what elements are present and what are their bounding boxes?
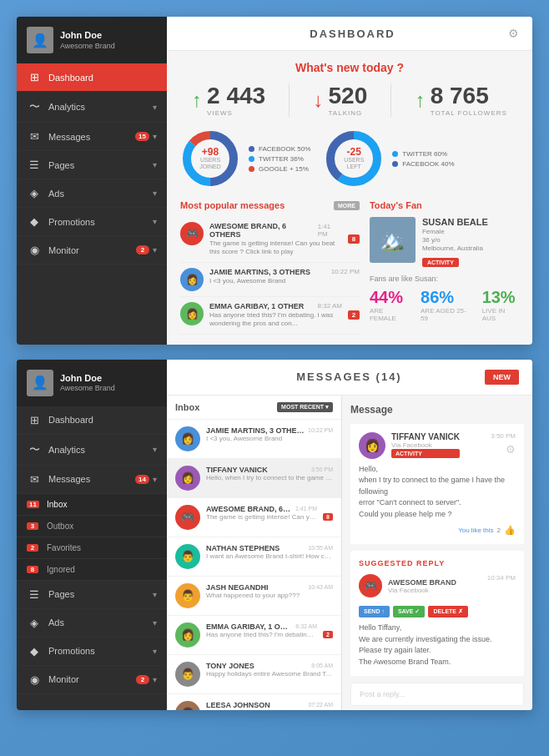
sidebar-item-analytics-2[interactable]: 〜 Analytics ▾ — [17, 435, 167, 466]
sidebar-item-promotions-2[interactable]: ◆ Promotions ▾ — [17, 638, 167, 666]
left-number: -25 — [339, 147, 369, 157]
you-like-label: You like this — [458, 527, 493, 534]
msg-name: JAMIE MARTINS, 3 OTHERS — [209, 268, 310, 276]
popular-message-item: 👩 EMMA GARIBAY, 1 OTHER 8:32 AM Has anyo… — [180, 297, 360, 335]
message-col-heading: Message — [350, 404, 524, 416]
fan-title: Today's Fan — [370, 200, 422, 210]
brand-name: Awesome Brand — [60, 42, 115, 50]
inbox-time: 10:22 PM — [308, 427, 333, 433]
inbox-avatar: 👨 — [175, 583, 200, 608]
outbox-badge: 3 — [27, 522, 38, 530]
active-msg-time: 3:50 PM — [491, 432, 516, 440]
sidebar-item-dashboard-2[interactable]: ⊞ Dashboard — [17, 406, 167, 435]
stat-talking: ↓ 520 TALKING — [314, 83, 368, 117]
legend-twitter: TWITTER 36% — [249, 155, 310, 163]
inbox-header: Inbox MOST RECENT ▾ — [167, 396, 341, 420]
fan-gender: Female — [422, 228, 488, 235]
fan-card: 🏔️ SUSAN BEALE Female 36 y/o Melbourne, … — [370, 217, 519, 268]
suggested-body: Hello Tiffany,We are currently investiga… — [359, 622, 516, 668]
active-msg-body: Hello,when I try to connect to the game … — [359, 464, 516, 521]
new-message-button[interactable]: NEW — [485, 370, 519, 385]
inbox-item[interactable]: 👩 EMMA GARIBAY, 1 OTHER 8:32 AM Has anyo… — [167, 616, 341, 655]
active-msg-activity-button[interactable]: ACTIVITY — [391, 449, 460, 458]
todays-fan-section: Today's Fan 🏔️ SUSAN BEALE Female 36 y/o… — [370, 200, 519, 335]
messages-icon: ✉ — [27, 130, 42, 143]
msg-avatar: 👩 — [180, 302, 204, 325]
post-reply-input[interactable]: Post a reply... — [350, 683, 524, 706]
sidebar-sub-inbox[interactable]: 11 Inbox — [17, 494, 167, 516]
stat-followers: ↑ 8 765 TOTAL FOLLOWERS — [416, 83, 507, 117]
popular-message-item: 🎮 AWESOME BRAND, 6 OTHERS 1:41 PM The ga… — [180, 217, 360, 263]
fan-photo: 🏔️ — [370, 217, 416, 263]
sidebar-sub-ignored[interactable]: 8 Ignored — [17, 559, 167, 581]
settings-icon[interactable]: ⚙ — [508, 27, 519, 40]
stat-aus-label: LIVE IN AUS — [482, 307, 519, 322]
message-detail-column: Message 👩 TIFFANY VANICK Via Facebook AC… — [342, 396, 532, 710]
sidebar-item-messages-2[interactable]: ✉ Messages 14 ▾ — [17, 466, 167, 494]
followers-count: 8 765 — [431, 83, 507, 109]
arrow-up-icon: ↑ — [192, 90, 202, 110]
inbox-item[interactable]: 👩 LEESA JOHNSON 07:22 AM — [167, 694, 341, 710]
stat-views: ↑ 2 443 VIEWS — [192, 83, 265, 117]
suggested-title: Suggested reply — [359, 559, 516, 567]
chevron-down-icon: ▾ — [153, 590, 157, 599]
divider — [390, 83, 391, 117]
popular-header: Most popular messages MORE — [180, 200, 360, 210]
sidebar-item-monitor-2[interactable]: ◉ Monitor 2 ▾ — [17, 666, 167, 694]
donut-left: -25 USERS LEFT — [324, 129, 384, 189]
sidebar-item-label: Ads — [48, 189, 149, 199]
inbox-item[interactable]: 👩 TIFFANY VANICK 3:50 PM Hello, when I t… — [167, 459, 341, 498]
inbox-item[interactable]: 👨 JASH NEGANDHI 10:43 AM What happened t… — [167, 577, 341, 616]
dashboard-header: DASHBOARD ⚙ — [167, 17, 532, 51]
settings-icon[interactable]: ⚙ — [506, 443, 516, 456]
inbox-item[interactable]: 🎮 AWESOME BRAND, 6 OTHERS 1:41 PM The ga… — [167, 498, 341, 537]
like-icon[interactable]: 👍 — [504, 525, 516, 536]
inbox-item[interactable]: 👨 TONY JONES 8:05 AM Happy holidays enti… — [167, 655, 341, 694]
users-joined-chart: +98 USERS JOINED FACEBOOK 50% TWITTER 36… — [180, 129, 310, 189]
suggested-reply-section: Suggested reply 🎮 AWESOME BRAND Via Face… — [350, 551, 524, 676]
sidebar-item-ads[interactable]: ◈ Ads ▾ — [17, 179, 167, 208]
sidebar-item-label: Promotions — [48, 646, 149, 656]
user-name: John Doe — [60, 30, 115, 41]
suggested-time: 10:34 PM — [487, 574, 516, 582]
messages-panel: 👤 John Doe Awesome Brand ⊞ Dashboard 〜 A… — [17, 360, 532, 710]
sidebar-item-messages[interactable]: ✉ Messages 15 ▾ — [17, 123, 167, 151]
monitor-icon: ◉ — [27, 673, 42, 686]
more-button[interactable]: MORE — [334, 201, 360, 210]
stats-row: ↑ 2 443 VIEWS ↓ 520 TALKING ↑ — [180, 83, 519, 117]
analytics-icon: 〜 — [27, 99, 42, 114]
legend-facebook: FACEBOOK 50% — [249, 145, 310, 153]
joined-legend: FACEBOOK 50% TWITTER 36% GOOGLE + 15% — [249, 145, 310, 173]
sidebar-item-dashboard[interactable]: ⊞ Dashboard — [17, 63, 167, 92]
sidebar-item-pages[interactable]: ☰ Pages ▾ — [17, 151, 167, 179]
chevron-down-icon: ▾ — [153, 445, 157, 454]
bottom-row: Most popular messages MORE 🎮 AWESOME BRA… — [180, 200, 519, 335]
sidebar-item-pages-2[interactable]: ☰ Pages ▾ — [17, 581, 167, 609]
sort-button[interactable]: MOST RECENT ▾ — [277, 402, 333, 412]
joined-label: USERS JOINED — [195, 157, 225, 169]
ignored-label: Ignored — [47, 565, 75, 574]
save-button[interactable]: SAVE ✓ — [393, 606, 426, 617]
joined-number: +98 — [195, 147, 225, 157]
delete-button[interactable]: DELETE ✗ — [428, 606, 468, 617]
sidebar-item-promotions[interactable]: ◆ Promotions ▾ — [17, 208, 167, 236]
sidebar-item-monitor[interactable]: ◉ Monitor 2 ▾ — [17, 236, 167, 265]
fan-activity-button[interactable]: ACTIVITY — [422, 258, 459, 267]
sidebar-item-ads-2[interactable]: ◈ Ads ▾ — [17, 609, 167, 638]
fan-stat-female: 44% ARE FEMALE — [370, 288, 410, 322]
left-label: USERS LEFT — [339, 157, 369, 169]
sidebar-sub-favorites[interactable]: 2 Favorites — [17, 537, 167, 559]
sidebar-item-analytics[interactable]: 〜 Analytics ▾ — [17, 92, 167, 123]
views-label: VIEWS — [207, 109, 265, 117]
chevron-down-icon: ▾ — [153, 245, 157, 255]
send-button[interactable]: SEND ↑ — [359, 606, 390, 617]
fan-stats: 44% ARE FEMALE 86% ARE AGED 25-59 13% LI… — [370, 288, 519, 322]
sidebar-sub-outbox[interactable]: 3 Outbox — [17, 516, 167, 537]
inbox-time: 8:05 AM — [311, 663, 333, 668]
inbox-name: EMMA GARIBAY, 1 OTHER — [206, 622, 292, 631]
dashboard-icon: ⊞ — [27, 71, 42, 83]
stat-female-num: 44% — [370, 288, 410, 307]
inbox-item[interactable]: 👨 NATHAN STEPHENS 10:55 AM I want an Awe… — [167, 537, 341, 577]
chevron-down-icon: ▾ — [153, 475, 157, 484]
inbox-item[interactable]: 👩 JAMIE MARTINS, 3 OTHERS 10:22 PM I <3 … — [167, 420, 341, 459]
